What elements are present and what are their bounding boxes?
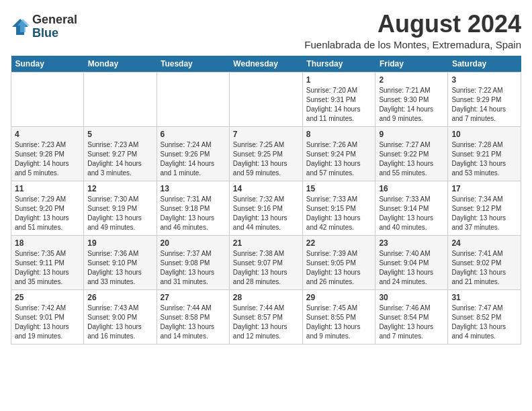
calendar-cell: 8Sunrise: 7:26 AM Sunset: 9:24 PM Daylig… — [302, 126, 375, 181]
day-number: 14 — [233, 184, 299, 193]
month-title: August 2024 — [304, 11, 521, 38]
day-number: 20 — [161, 238, 226, 248]
day-info: Sunrise: 7:44 AM Sunset: 8:57 PM Dayligh… — [233, 304, 299, 341]
day-info: Sunrise: 7:47 AM Sunset: 8:52 PM Dayligh… — [451, 304, 517, 341]
calendar-cell: 21Sunrise: 7:38 AM Sunset: 9:07 PM Dayli… — [229, 235, 302, 289]
calendar-cell: 29Sunrise: 7:45 AM Sunset: 8:55 PM Dayli… — [302, 289, 375, 344]
day-info: Sunrise: 7:40 AM Sunset: 9:04 PM Dayligh… — [379, 249, 444, 287]
calendar-cell: 10Sunrise: 7:28 AM Sunset: 9:21 PM Dayli… — [448, 126, 521, 181]
calendar-cell: 5Sunrise: 7:23 AM Sunset: 9:27 PM Daylig… — [84, 126, 157, 181]
calendar-cell: 20Sunrise: 7:37 AM Sunset: 9:08 PM Dayli… — [157, 235, 229, 289]
day-number: 21 — [233, 238, 299, 248]
day-info: Sunrise: 7:37 AM Sunset: 9:08 PM Dayligh… — [161, 249, 226, 287]
calendar-cell — [11, 72, 84, 126]
day-info: Sunrise: 7:32 AM Sunset: 9:16 PM Dayligh… — [233, 195, 299, 232]
day-header-wednesday: Wednesday — [229, 56, 302, 73]
day-info: Sunrise: 7:31 AM Sunset: 9:18 PM Dayligh… — [161, 195, 226, 232]
day-info: Sunrise: 7:23 AM Sunset: 9:27 PM Dayligh… — [87, 140, 152, 178]
calendar-cell: 17Sunrise: 7:34 AM Sunset: 9:12 PM Dayli… — [448, 181, 521, 235]
day-number: 1 — [306, 75, 372, 85]
week-row-3: 11Sunrise: 7:29 AM Sunset: 9:20 PM Dayli… — [11, 181, 521, 235]
week-row-4: 18Sunrise: 7:35 AM Sunset: 9:11 PM Dayli… — [11, 235, 521, 289]
day-info: Sunrise: 7:39 AM Sunset: 9:05 PM Dayligh… — [306, 249, 372, 287]
day-number: 25 — [15, 293, 80, 302]
day-info: Sunrise: 7:30 AM Sunset: 9:19 PM Dayligh… — [87, 195, 152, 232]
day-number: 11 — [15, 184, 80, 193]
calendar-cell: 2Sunrise: 7:21 AM Sunset: 9:30 PM Daylig… — [375, 72, 448, 126]
calendar-cell: 9Sunrise: 7:27 AM Sunset: 9:22 PM Daylig… — [375, 126, 448, 181]
header: General Blue August 2024 Fuenlabrada de … — [11, 11, 521, 50]
day-info: Sunrise: 7:23 AM Sunset: 9:28 PM Dayligh… — [15, 140, 80, 178]
logo: General Blue — [11, 13, 77, 40]
day-info: Sunrise: 7:24 AM Sunset: 9:26 PM Dayligh… — [161, 140, 226, 178]
day-info: Sunrise: 7:28 AM Sunset: 9:21 PM Dayligh… — [451, 140, 517, 178]
day-number: 5 — [87, 130, 152, 139]
day-info: Sunrise: 7:46 AM Sunset: 8:54 PM Dayligh… — [379, 304, 444, 341]
week-row-2: 4Sunrise: 7:23 AM Sunset: 9:28 PM Daylig… — [11, 126, 521, 181]
day-number: 17 — [451, 184, 517, 193]
calendar-table: SundayMondayTuesdayWednesdayThursdayFrid… — [11, 56, 521, 345]
calendar-cell: 11Sunrise: 7:29 AM Sunset: 9:20 PM Dayli… — [11, 181, 84, 235]
day-info: Sunrise: 7:35 AM Sunset: 9:11 PM Dayligh… — [15, 249, 80, 287]
day-info: Sunrise: 7:29 AM Sunset: 9:20 PM Dayligh… — [15, 195, 80, 232]
calendar-cell: 18Sunrise: 7:35 AM Sunset: 9:11 PM Dayli… — [11, 235, 84, 289]
calendar-cell: 12Sunrise: 7:30 AM Sunset: 9:19 PM Dayli… — [84, 181, 157, 235]
day-number: 7 — [233, 130, 299, 139]
calendar-cell: 4Sunrise: 7:23 AM Sunset: 9:28 PM Daylig… — [11, 126, 84, 181]
day-info: Sunrise: 7:33 AM Sunset: 9:15 PM Dayligh… — [306, 195, 372, 232]
calendar-cell: 3Sunrise: 7:22 AM Sunset: 9:29 PM Daylig… — [448, 72, 521, 126]
calendar-cell: 22Sunrise: 7:39 AM Sunset: 9:05 PM Dayli… — [302, 235, 375, 289]
day-info: Sunrise: 7:25 AM Sunset: 9:25 PM Dayligh… — [233, 140, 299, 178]
calendar-cell: 16Sunrise: 7:33 AM Sunset: 9:14 PM Dayli… — [375, 181, 448, 235]
calendar-cell — [157, 72, 229, 126]
day-header-saturday: Saturday — [448, 56, 521, 73]
calendar-cell: 30Sunrise: 7:46 AM Sunset: 8:54 PM Dayli… — [375, 289, 448, 344]
calendar-cell: 19Sunrise: 7:36 AM Sunset: 9:10 PM Dayli… — [84, 235, 157, 289]
day-info: Sunrise: 7:41 AM Sunset: 9:02 PM Dayligh… — [451, 249, 517, 287]
day-number: 26 — [87, 293, 152, 302]
day-number: 30 — [379, 293, 444, 302]
day-header-monday: Monday — [84, 56, 157, 73]
calendar-cell: 23Sunrise: 7:40 AM Sunset: 9:04 PM Dayli… — [375, 235, 448, 289]
day-number: 19 — [87, 238, 152, 248]
day-info: Sunrise: 7:42 AM Sunset: 9:01 PM Dayligh… — [15, 304, 80, 341]
day-number: 2 — [379, 75, 444, 85]
day-number: 28 — [233, 293, 299, 302]
day-info: Sunrise: 7:43 AM Sunset: 9:00 PM Dayligh… — [87, 304, 152, 341]
day-number: 9 — [379, 130, 444, 139]
day-header-sunday: Sunday — [11, 56, 84, 73]
day-number: 6 — [161, 130, 226, 139]
day-number: 12 — [87, 184, 152, 193]
day-info: Sunrise: 7:21 AM Sunset: 9:30 PM Dayligh… — [379, 86, 444, 124]
calendar-cell: 24Sunrise: 7:41 AM Sunset: 9:02 PM Dayli… — [448, 235, 521, 289]
day-number: 10 — [451, 130, 517, 139]
calendar-cell: 28Sunrise: 7:44 AM Sunset: 8:57 PM Dayli… — [229, 289, 302, 344]
calendar-cell: 26Sunrise: 7:43 AM Sunset: 9:00 PM Dayli… — [84, 289, 157, 344]
day-number: 24 — [451, 238, 517, 248]
day-number: 23 — [379, 238, 444, 248]
day-info: Sunrise: 7:27 AM Sunset: 9:22 PM Dayligh… — [379, 140, 444, 178]
calendar-cell: 7Sunrise: 7:25 AM Sunset: 9:25 PM Daylig… — [229, 126, 302, 181]
logo-text: General Blue — [32, 13, 77, 40]
day-number: 22 — [306, 238, 372, 248]
day-header-tuesday: Tuesday — [157, 56, 229, 73]
day-number: 13 — [161, 184, 226, 193]
day-info: Sunrise: 7:33 AM Sunset: 9:14 PM Dayligh… — [379, 195, 444, 232]
calendar-cell: 15Sunrise: 7:33 AM Sunset: 9:15 PM Dayli… — [302, 181, 375, 235]
day-number: 4 — [15, 130, 80, 139]
days-header-row: SundayMondayTuesdayWednesdayThursdayFrid… — [11, 56, 521, 73]
calendar-cell — [84, 72, 157, 126]
day-number: 15 — [306, 184, 372, 193]
day-info: Sunrise: 7:34 AM Sunset: 9:12 PM Dayligh… — [451, 195, 517, 232]
calendar-cell: 27Sunrise: 7:44 AM Sunset: 8:58 PM Dayli… — [157, 289, 229, 344]
calendar-cell: 25Sunrise: 7:42 AM Sunset: 9:01 PM Dayli… — [11, 289, 84, 344]
day-number: 3 — [451, 75, 517, 85]
day-number: 18 — [15, 238, 80, 248]
day-info: Sunrise: 7:36 AM Sunset: 9:10 PM Dayligh… — [87, 249, 152, 287]
day-number: 16 — [379, 184, 444, 193]
calendar-cell: 1Sunrise: 7:20 AM Sunset: 9:31 PM Daylig… — [302, 72, 375, 126]
day-info: Sunrise: 7:26 AM Sunset: 9:24 PM Dayligh… — [306, 140, 372, 178]
calendar-cell — [229, 72, 302, 126]
calendar-cell: 14Sunrise: 7:32 AM Sunset: 9:16 PM Dayli… — [229, 181, 302, 235]
title-area: August 2024 Fuenlabrada de los Montes, E… — [304, 11, 521, 50]
